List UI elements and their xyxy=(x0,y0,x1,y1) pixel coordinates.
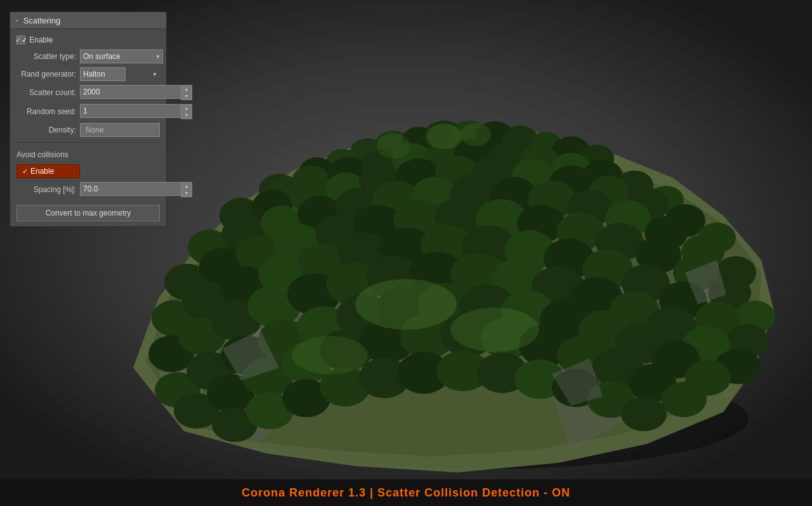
avoid-enable-label: Enable xyxy=(30,167,54,176)
scatter-count-up[interactable]: ▲ xyxy=(181,86,192,93)
spacing-label: Spacing [%]: xyxy=(16,185,80,194)
random-seed-row: Random seed: ▲ ▼ xyxy=(16,104,160,119)
random-seed-label: Random seed: xyxy=(16,107,80,116)
scatter-type-row: Scatter type: On surface Volume Surface … xyxy=(16,49,160,63)
spacing-spinner: ▲ ▼ xyxy=(80,182,192,197)
random-seed-arrows: ▲ ▼ xyxy=(181,104,192,119)
divider-1 xyxy=(16,142,160,143)
svg-point-152 xyxy=(461,123,491,146)
scatter-count-spinner: ▲ ▼ xyxy=(80,85,192,100)
random-seed-up[interactable]: ▲ xyxy=(181,105,192,112)
avoid-check-icon: ✓ xyxy=(22,167,28,176)
enable-row: ✓ Enable xyxy=(16,34,160,46)
svg-point-151 xyxy=(426,124,462,149)
spacing-input[interactable] xyxy=(80,182,181,196)
check-icon: ✓ xyxy=(15,36,22,44)
scatter-count-arrows: ▲ ▼ xyxy=(181,85,192,100)
scatter-count-input[interactable] xyxy=(80,85,181,99)
scatter-type-label: Scatter type: xyxy=(16,52,80,61)
density-row: Density: None xyxy=(16,123,160,137)
density-value: None xyxy=(86,126,104,134)
scatter-type-select-wrapper: On surface Volume Surface and volume xyxy=(80,49,163,63)
scatter-count-down[interactable]: ▼ xyxy=(181,93,192,100)
spacing-row: Spacing [%]: ▲ ▼ xyxy=(16,182,160,197)
status-bar: Corona Renderer 1.3 | Scatter Collision … xyxy=(0,479,812,506)
density-display[interactable]: None xyxy=(80,123,160,137)
random-seed-spinner: ▲ ▼ xyxy=(80,104,192,119)
rand-generator-label: Rand generator: xyxy=(16,70,80,79)
rand-generator-row: Rand generator: Halton Random Stratified xyxy=(16,67,160,81)
svg-point-138 xyxy=(661,382,707,417)
scatter-count-label: Scatter count: xyxy=(16,88,80,97)
enable-checkbox[interactable]: ✓ xyxy=(16,36,25,44)
panel-title: Scattering xyxy=(23,16,61,25)
enable-label: Enable xyxy=(29,36,53,44)
convert-to-max-geometry-button[interactable]: Convert to max geometry xyxy=(16,205,160,221)
status-text: Corona Renderer 1.3 | Scatter Collision … xyxy=(242,486,570,500)
spacing-up[interactable]: ▲ xyxy=(181,183,192,190)
svg-point-150 xyxy=(621,397,667,431)
avoid-enable-row: ✓ Enable xyxy=(16,164,160,178)
panel-collapse-button[interactable]: - xyxy=(15,15,18,25)
svg-point-156 xyxy=(292,336,368,374)
spacing-down[interactable]: ▼ xyxy=(181,190,192,197)
random-seed-down[interactable]: ▼ xyxy=(181,112,192,119)
rand-generator-select-wrapper: Halton Random Stratified xyxy=(80,67,160,81)
rand-generator-select[interactable]: Halton Random Stratified xyxy=(80,67,126,81)
density-label: Density: xyxy=(16,126,80,134)
svg-point-153 xyxy=(377,133,410,159)
random-seed-input[interactable] xyxy=(80,104,181,118)
avoid-collisions-label: Avoid collisions xyxy=(16,148,160,160)
svg-point-155 xyxy=(450,308,539,352)
svg-point-154 xyxy=(355,279,457,330)
panel-body: ✓ Enable Scatter type: On surface Volume… xyxy=(10,29,166,226)
scatter-count-row: Scatter count: ▲ ▼ xyxy=(16,85,160,100)
panel-titlebar: - Scattering xyxy=(10,12,166,29)
scatter-type-select[interactable]: On surface Volume Surface and volume xyxy=(80,49,163,63)
avoid-enable-button[interactable]: ✓ Enable xyxy=(16,164,80,178)
scattering-panel: - Scattering ✓ Enable Scatter type: On s… xyxy=(10,11,167,227)
spacing-arrows: ▲ ▼ xyxy=(181,182,192,197)
